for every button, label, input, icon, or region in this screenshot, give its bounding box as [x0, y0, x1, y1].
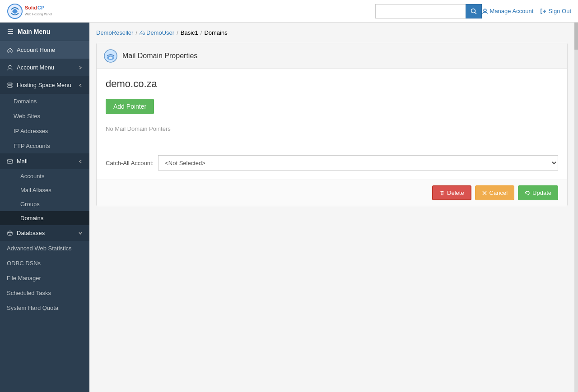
- navbar-right: Manage Account Sign Out: [482, 8, 571, 14]
- mail-icon: [7, 158, 13, 165]
- chevron-left-icon: [78, 83, 83, 88]
- sidebar-subitem-groups[interactable]: Groups: [0, 197, 89, 211]
- no-pointers-text: No Mail Domain Pointers: [106, 121, 558, 137]
- menu-icon: [7, 28, 14, 35]
- manage-account-link[interactable]: Manage Account: [482, 8, 534, 14]
- top-navbar: Solid CP Web Hosting Panel Manage Accoun…: [0, 0, 578, 23]
- server-icon: [7, 82, 13, 88]
- svg-text:Web Hosting Panel: Web Hosting Panel: [25, 13, 52, 16]
- catch-all-label: Catch-All Account:: [106, 160, 154, 166]
- search-input[interactable]: [375, 4, 466, 18]
- svg-text:CP: CP: [37, 5, 44, 10]
- delete-button[interactable]: Delete: [432, 185, 471, 200]
- sidebar-subitem-mail-aliases[interactable]: Mail Aliases: [0, 183, 89, 197]
- cancel-button[interactable]: Cancel: [475, 185, 514, 200]
- svg-point-20: [109, 57, 112, 59]
- svg-point-15: [11, 86, 12, 87]
- sidebar-item-scheduled-tasks[interactable]: Scheduled Tasks: [0, 286, 89, 300]
- catch-all-select[interactable]: <Not Selected>: [158, 155, 558, 171]
- search-button[interactable]: [466, 4, 482, 18]
- panel-body: demo.co.za Add Pointer No Mail Domain Po…: [97, 69, 567, 180]
- svg-point-6: [484, 9, 486, 12]
- home-icon-breadcrumb: [140, 30, 145, 36]
- breadcrumb-user[interactable]: DemoUser: [140, 29, 174, 36]
- signout-icon: [540, 8, 546, 14]
- svg-point-4: [471, 9, 475, 13]
- main-layout: Main Menu Account Home Account Menu: [0, 23, 578, 392]
- sign-out-link[interactable]: Sign Out: [540, 8, 571, 14]
- sidebar-subitem-accounts[interactable]: Accounts: [0, 169, 89, 183]
- panel-title: Mail Domain Properties: [122, 52, 197, 60]
- breadcrumb-current: Domains: [204, 29, 227, 36]
- sidebar-main-menu[interactable]: Main Menu: [0, 23, 89, 41]
- scroll-indicator[interactable]: [574, 23, 578, 392]
- times-icon: [482, 190, 487, 196]
- breadcrumb: DemoReseller / DemoUser / Basic1 / Domai…: [96, 29, 568, 36]
- hosting-space-items: Domains Web Sites IP Addresses FTP Accou…: [0, 94, 89, 153]
- svg-line-5: [475, 12, 476, 14]
- chevron-down-icon: [78, 231, 83, 235]
- update-button[interactable]: Update: [518, 185, 558, 200]
- search-icon: [471, 8, 477, 14]
- sidebar-item-account-home[interactable]: Account Home: [0, 41, 89, 59]
- sidebar-item-odbc-dsns[interactable]: ODBC DSNs: [0, 256, 89, 271]
- scroll-thumb: [574, 23, 578, 50]
- sidebar-item-ip-addresses[interactable]: IP Addresses: [0, 124, 89, 138]
- sidebar-mail-header[interactable]: Mail: [0, 153, 89, 169]
- svg-point-17: [8, 231, 12, 233]
- panel-header: Mail Domain Properties: [97, 43, 567, 69]
- svg-point-11: [9, 65, 11, 68]
- sidebar-databases-header[interactable]: Databases: [0, 225, 89, 241]
- panel-footer: Delete Cancel Update: [97, 180, 567, 206]
- mail-subitems: Accounts Mail Aliases Groups Domains: [0, 169, 89, 225]
- sidebar-item-domains[interactable]: Domains: [0, 94, 89, 109]
- add-pointer-button[interactable]: Add Pointer: [106, 99, 154, 114]
- sidebar-item-system-hard-quota[interactable]: System Hard Quota: [0, 300, 89, 315]
- sidebar-item-file-manager[interactable]: File Manager: [0, 271, 89, 286]
- mail-domain-icon: [103, 49, 118, 63]
- user-icon: [482, 8, 488, 14]
- sidebar-item-websites[interactable]: Web Sites: [0, 109, 89, 124]
- search-form: [375, 4, 482, 18]
- catch-all-section: Catch-All Account: <Not Selected>: [106, 146, 558, 171]
- brand: Solid CP Web Hosting Panel: [7, 3, 61, 19]
- domain-name: demo.co.za: [106, 78, 558, 90]
- sidebar: Main Menu Account Home Account Menu: [0, 23, 89, 392]
- svg-rect-16: [7, 160, 13, 163]
- sidebar-item-ftp-accounts[interactable]: FTP Accounts: [0, 138, 89, 153]
- chevron-right-icon: [78, 65, 83, 70]
- mail-domain-panel: Mail Domain Properties demo.co.za Add Po…: [96, 43, 568, 206]
- sidebar-item-account-menu[interactable]: Account Menu: [0, 59, 89, 76]
- person-icon: [7, 65, 13, 71]
- svg-point-14: [11, 83, 12, 84]
- sidebar-item-advanced-web-stats[interactable]: Advanced Web Statistics: [0, 241, 89, 256]
- refresh-icon: [525, 190, 530, 196]
- sidebar-item-hosting-space-menu[interactable]: Hosting Space Menu: [0, 76, 89, 94]
- trash-icon: [439, 190, 445, 196]
- breadcrumb-reseller[interactable]: DemoReseller: [96, 29, 133, 36]
- home-icon: [7, 47, 13, 53]
- sidebar-subitem-mail-domains[interactable]: Domains: [0, 211, 89, 225]
- brand-logo: Solid CP Web Hosting Panel: [7, 3, 61, 19]
- database-icon: [7, 230, 13, 236]
- breadcrumb-package: Basic1: [181, 29, 198, 36]
- svg-text:Solid: Solid: [25, 5, 37, 10]
- chevron-left-icon2: [78, 159, 83, 164]
- content-area: DemoReseller / DemoUser / Basic1 / Domai…: [89, 23, 574, 392]
